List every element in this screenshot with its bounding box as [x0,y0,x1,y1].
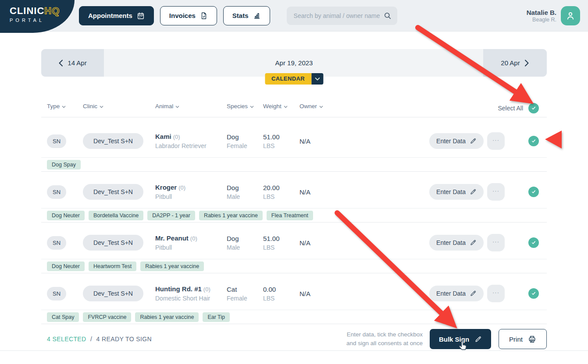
user-menu[interactable]: Natalie B. Beagle R. [527,6,580,25]
print-label: Print [509,336,523,343]
weight-cell: 51.00 LBS [263,133,299,149]
animal-name: Mr. Peanut [155,234,189,242]
owner-value: N/A [299,239,429,247]
animal-name: Kroger [155,184,177,191]
service-tag: Bordetella Vaccine [89,211,143,220]
column-header-type[interactable]: Type [47,103,83,110]
annotation-triangle-row-checkbox [545,131,562,148]
animal-cell: Hunting Rd. #1(0) Domestic Short Hair [155,285,227,302]
weight-value: 20.00 [263,184,299,191]
column-header-owner[interactable]: Owner [299,103,498,110]
nav-appointments-label: Appointments [88,12,132,19]
column-header-clinic[interactable]: Clinic [83,103,155,110]
footer-actions: Enter data, tick the checkbox and sign a… [346,329,547,349]
chevron-right-icon [524,60,529,67]
nav-stats-button[interactable]: Stats [223,6,270,25]
date-navigation-bar: 14 Apr Apr 19, 2023 20 Apr CALENDAR [41,49,547,77]
enter-data-button[interactable]: Enter Data [429,235,484,251]
nav-invoices-button[interactable]: Invoices [160,6,217,25]
pencil-icon [470,188,477,195]
animal-breed: Labrador Retriever [155,142,227,149]
animal-name: Kami [155,133,171,140]
row-more-button[interactable]: ··· [487,234,505,251]
animal-breed: Pitbull [155,193,227,200]
clinic-badge: Dev_Test S+N [83,133,143,149]
service-tag: Flea Treatment [267,211,313,220]
row-actions: Enter Data ··· [429,132,539,150]
appointment-type-badge: SN [47,185,66,199]
next-day-button[interactable]: 20 Apr [483,49,547,77]
avatar[interactable] [561,6,580,25]
bulk-sign-button[interactable]: Bulk Sign [430,329,491,349]
row-checkbox[interactable] [528,288,539,299]
row-actions: Enter Data ··· [429,285,539,302]
owner-value: N/A [299,138,429,145]
row-actions: Enter Data ··· [429,183,539,201]
row-checkbox[interactable] [528,237,539,248]
check-icon [531,290,537,297]
enter-data-button[interactable]: Enter Data [429,286,484,301]
animal-cell: Kroger(0) Pitbull [155,184,227,200]
weight-unit: LBS [263,295,299,302]
check-icon [531,138,537,144]
appointment-type-badge: SN [47,134,66,148]
nav-stats-label: Stats [232,12,249,19]
animal-cell: Mr. Peanut(0) Pitbull [155,234,227,251]
column-header-species[interactable]: Species [227,103,263,110]
sort-chevron-icon [250,106,254,108]
select-all-label: Select All [498,105,523,112]
appointment-rows: SN Dev_Test S+N Kami(0) Labrador Retriev… [41,125,547,324]
weight-value: 0.00 [263,286,299,293]
animal-count: (0) [178,184,185,191]
sort-chevron-icon [62,106,66,108]
service-tag: Rabies 1 year vaccine [140,262,204,271]
print-button[interactable]: Print [499,329,547,349]
service-tag: FVRCP vaccine [83,312,131,322]
animal-breed: Pitbull [155,244,227,251]
current-date: Apr 19, 2023 [41,49,547,77]
appointment-type-badge: SN [47,287,66,300]
animal-count: (0) [203,286,210,293]
row-checkbox[interactable] [528,136,539,146]
weight-unit: LBS [263,142,299,149]
service-tag: Dog Neuter [47,211,85,220]
nav-invoices-label: Invoices [169,12,196,19]
bulk-sign-label: Bulk Sign [439,336,469,343]
column-header-animal[interactable]: Animal [155,103,227,110]
enter-data-button[interactable]: Enter Data [429,133,484,149]
chevron-left-icon [58,60,63,67]
search-input[interactable] [287,7,397,25]
prev-day-label: 14 Apr [68,59,86,67]
service-tags-row: Dog Spay [41,157,547,172]
weight-cell: 51.00 LBS [263,235,299,251]
column-header-weight[interactable]: Weight [263,103,299,110]
prev-day-button[interactable]: 14 Apr [41,49,104,77]
row-actions: Enter Data ··· [429,234,539,251]
service-tag: DA2PP - 1 year [147,211,195,220]
calendar-dropdown[interactable]: CALENDAR [265,73,323,85]
animal-count: (0) [173,134,180,140]
sex-value: Male [227,193,263,200]
calendar-dropdown-toggle[interactable] [311,73,323,85]
ready-count: 4 READY TO SIGN [96,336,152,343]
service-tag: Dog Neuter [47,262,85,271]
sex-value: Male [227,244,263,251]
chevron-down-icon [315,78,320,81]
row-more-button[interactable]: ··· [487,132,505,150]
selected-count: 4 SELECTED [47,336,86,343]
check-icon [531,189,537,195]
row-checkbox[interactable] [528,187,539,197]
table-row: SN Dev_Test S+N Mr. Peanut(0) Pitbull Do… [41,226,547,273]
row-more-button[interactable]: ··· [487,285,505,302]
select-all-checkbox[interactable] [528,103,539,113]
enter-data-button[interactable]: Enter Data [429,184,484,200]
row-more-button[interactable]: ··· [487,183,505,201]
pencil-icon [474,336,482,343]
service-tags-row: Dog NeuterBordetella VaccineDA2PP - 1 ye… [41,208,547,223]
table-row: SN Dev_Test S+N Kroger(0) Pitbull Dog Ma… [41,176,547,223]
column-headers: Type Clinic Animal Species Weight Owner … [41,103,547,117]
brand-name: CLINICHQ [10,5,75,17]
bottom-divider [0,350,588,351]
select-all-container: Select All [498,103,539,113]
nav-appointments-button[interactable]: Appointments [79,6,154,25]
